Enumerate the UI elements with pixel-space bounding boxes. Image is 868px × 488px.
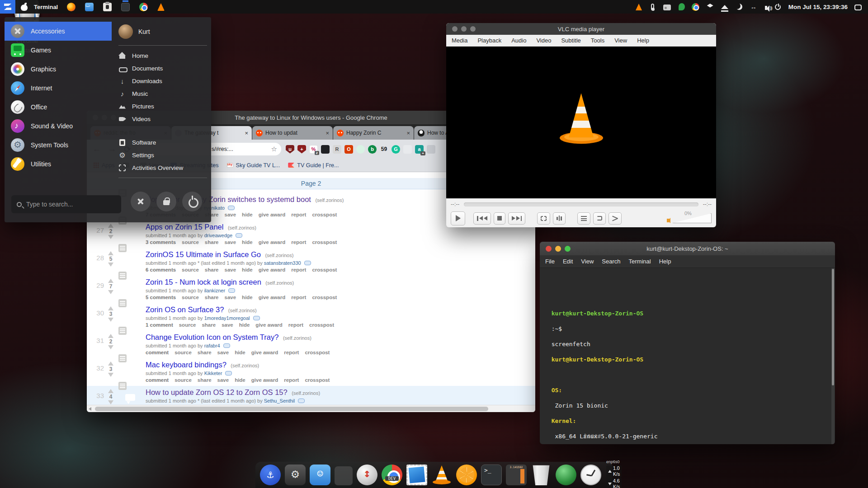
post-action-link[interactable]: save: [225, 267, 236, 272]
post-action-link[interactable]: crosspost: [312, 267, 337, 272]
bookmark-item[interactable]: TV Guide | Fre...: [288, 162, 339, 169]
extension-icon[interactable]: O: [344, 145, 353, 154]
post-action-link[interactable]: save: [225, 212, 236, 217]
post-action-link[interactable]: source: [182, 267, 199, 272]
terminal-menu-item[interactable]: Search: [602, 258, 620, 265]
post-action-link[interactable]: save: [225, 239, 236, 245]
post-action-link[interactable]: report: [284, 350, 299, 355]
seek-slider[interactable]: [464, 202, 698, 206]
upvote-icon[interactable]: [108, 306, 113, 310]
menu-category[interactable]: Accessories: [5, 22, 112, 41]
file-manager-icon[interactable]: ☺: [310, 465, 330, 485]
playlist-button[interactable]: [577, 212, 590, 225]
menu-item[interactable]: Home: [118, 49, 207, 62]
vlc-icon[interactable]: [157, 3, 165, 11]
downvote-icon[interactable]: [108, 318, 113, 322]
post-action-link[interactable]: hide: [242, 239, 253, 245]
downvote-icon[interactable]: [108, 400, 113, 404]
post-action-link[interactable]: hide: [242, 267, 253, 272]
menu-category[interactable]: Internet: [5, 79, 112, 98]
post-action-link[interactable]: share: [198, 350, 212, 355]
vlc-titlebar[interactable]: VLC media player: [446, 23, 716, 35]
post-action-link[interactable]: source: [175, 350, 192, 355]
scroll-left-icon[interactable]: [89, 407, 91, 411]
comments-link[interactable]: 3 comments: [146, 239, 176, 245]
scrollbar-thumb[interactable]: [95, 407, 488, 411]
post-action-link[interactable]: source: [182, 239, 199, 245]
comments-link[interactable]: comment: [146, 350, 169, 355]
extension-icon[interactable]: b: [368, 145, 377, 154]
post-action-link[interactable]: share: [202, 322, 216, 328]
chrome-dev-icon[interactable]: DEV: [382, 465, 402, 485]
menu-category[interactable]: Office: [5, 98, 112, 117]
upvote-icon[interactable]: [108, 361, 113, 366]
stop-button[interactable]: [494, 212, 505, 225]
volume-slider[interactable]: 0%: [672, 212, 712, 224]
upvote-icon[interactable]: [108, 224, 113, 228]
vlc-menu-item[interactable]: Tools: [591, 37, 604, 44]
post-action-link[interactable]: crosspost: [312, 239, 337, 245]
menu-item[interactable]: Documents: [118, 62, 207, 75]
post-action-link[interactable]: source: [179, 322, 196, 328]
upvote-icon[interactable]: [108, 251, 113, 255]
extension-icon[interactable]: 59: [380, 145, 388, 154]
terminal-menu-item[interactable]: View: [581, 258, 594, 265]
comments-link[interactable]: comment: [146, 377, 169, 383]
settings-gear-icon[interactable]: ⚙: [285, 465, 306, 485]
terminal-scrollbar[interactable]: [831, 268, 835, 444]
clementine-orange-icon[interactable]: [456, 465, 477, 485]
scrollbar-thumb[interactable]: [832, 269, 834, 385]
upvote-icon[interactable]: [108, 279, 113, 283]
wallpaper-icon[interactable]: [663, 5, 671, 10]
post-action-link[interactable]: hide: [235, 350, 245, 355]
post-action-link[interactable]: give award: [259, 295, 285, 300]
menu-item[interactable]: Downloads: [118, 75, 207, 87]
post-action-link[interactable]: give award: [251, 377, 278, 383]
downvote-icon[interactable]: [108, 263, 113, 267]
terminal-menu-item[interactable]: Terminal: [629, 258, 651, 265]
vlc-menu-item[interactable]: Help: [637, 37, 649, 44]
vlc-menu-item[interactable]: Subtitle: [561, 37, 580, 44]
clock[interactable]: Mon Jul 15, 23:39:36: [788, 4, 848, 10]
post-action-link[interactable]: give award: [251, 350, 278, 355]
green-orb-icon[interactable]: [556, 465, 576, 485]
post-action-link[interactable]: crosspost: [309, 322, 334, 328]
comments-link[interactable]: 5 comments: [146, 295, 176, 300]
post-action-link[interactable]: give award: [255, 322, 282, 328]
transmission-icon[interactable]: ↕: [357, 465, 377, 485]
post-title-link[interactable]: How to update Zorn OS 12 to Zorn OS 15?: [146, 388, 288, 396]
browser-tab[interactable]: How to updat ×: [252, 126, 333, 140]
volume-icon[interactable]: [765, 6, 767, 10]
terminal-menu-item[interactable]: Edit: [563, 258, 573, 265]
post-action-link[interactable]: hide: [235, 377, 245, 383]
post-action-link[interactable]: hide: [242, 212, 253, 217]
menu-item[interactable]: Music: [118, 87, 207, 100]
post-title-link[interactable]: Mac keyboard bindings?: [146, 361, 226, 369]
post-action-link[interactable]: report: [291, 212, 306, 217]
terminal-icon[interactable]: >_: [481, 465, 502, 485]
zorin-menu-button[interactable]: [0, 0, 15, 14]
downvote-icon[interactable]: [108, 373, 113, 377]
terminal-titlebar[interactable]: kurt@kurt-Dekstop-Zorin-OS: ~: [540, 242, 835, 255]
post-action-link[interactable]: source: [182, 295, 199, 300]
anchor-icon[interactable]: ⚓: [260, 465, 281, 485]
vlc-menu-item[interactable]: Video: [536, 37, 551, 44]
post-action-link[interactable]: crosspost: [312, 295, 337, 300]
clock-icon[interactable]: [580, 465, 601, 485]
upvote-icon[interactable]: [108, 334, 113, 338]
extension-icon[interactable]: [403, 145, 412, 154]
eject-icon[interactable]: [721, 5, 728, 9]
comments-link[interactable]: 6 comments: [146, 267, 176, 272]
post-action-link[interactable]: save: [217, 377, 229, 383]
post-action-link[interactable]: share: [205, 239, 219, 245]
post-action-link[interactable]: report: [288, 322, 303, 328]
post-author-link[interactable]: ilankizner: [204, 288, 225, 293]
vlc-cone-icon[interactable]: [431, 465, 452, 485]
terminal-menu-item[interactable]: Help: [659, 258, 671, 265]
comments-link[interactable]: 1 comment: [146, 322, 173, 328]
file-manager-icon[interactable]: [85, 3, 94, 11]
menu-item[interactable]: Activities Overview: [118, 161, 207, 174]
chrome-icon[interactable]: [139, 3, 148, 11]
dropbox-icon[interactable]: [707, 4, 713, 10]
menu-item[interactable]: Settings: [118, 149, 207, 161]
